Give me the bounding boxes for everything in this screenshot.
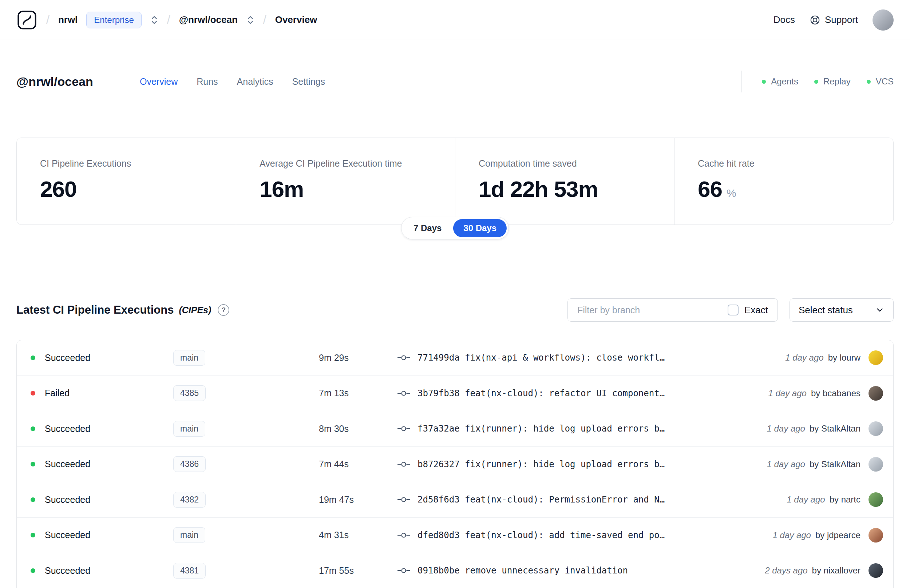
stat-value: 16m: [260, 176, 304, 202]
breadcrumb-org[interactable]: nrwl: [58, 14, 78, 26]
stat-suffix: %: [727, 187, 736, 199]
relative-time: 1 day ago: [767, 423, 805, 434]
table-row[interactable]: Succeeded main 8m 30s f37a32ae fix(runne…: [17, 411, 893, 447]
duration-label: 7m 44s: [319, 459, 397, 469]
status-label: Succeeded: [45, 352, 90, 363]
docs-link[interactable]: Docs: [774, 14, 795, 26]
vcs-link[interactable]: VCS: [867, 76, 894, 87]
avatar: [868, 351, 883, 365]
status-label: Succeeded: [45, 423, 90, 434]
duration-label: 7m 13s: [319, 388, 397, 399]
exact-checkbox[interactable]: [727, 305, 739, 315]
branch-badge[interactable]: 4381: [173, 563, 206, 578]
branch-badge[interactable]: 4382: [173, 492, 206, 507]
git-commit-icon: [397, 460, 410, 468]
commit-message: dfed80d3 feat(nx-cloud): add time-saved …: [417, 530, 665, 540]
author-label: by StalkAltan: [810, 423, 860, 434]
git-commit-icon: [397, 496, 410, 504]
stat-computation-time-saved: Computation time saved 1d 22h 53m: [455, 138, 674, 225]
select-status-label: Select status: [798, 305, 853, 316]
stat-average-execution-time: Average CI Pipeline Execution time 16m: [236, 138, 455, 225]
table-row[interactable]: Succeeded 4382 19m 47s 2d58f6d3 feat(nx-…: [17, 482, 893, 518]
git-commit-icon: [397, 389, 410, 397]
branch-filter-input[interactable]: [568, 299, 718, 321]
branch-badge[interactable]: main: [173, 350, 205, 366]
duration-label: 17m 55s: [319, 565, 397, 576]
section-subtitle: (CIPEs): [179, 305, 211, 315]
green-dot-icon: [814, 80, 818, 84]
select-status-dropdown[interactable]: Select status: [789, 298, 894, 321]
stat-ci-pipeline-executions: CI Pipeline Executions 260: [17, 138, 236, 225]
commit-message: 0918b0be remove unnecessary invalidation: [417, 565, 628, 576]
status-label: Succeeded: [45, 530, 90, 540]
avatar: [868, 457, 883, 472]
stat-value: 1d 22h 53m: [478, 176, 598, 202]
author-label: by StalkAltan: [810, 459, 860, 469]
nx-cloud-logo[interactable]: [16, 10, 37, 31]
breadcrumb-separator: /: [46, 13, 50, 27]
agents-label: Agents: [771, 76, 798, 87]
status-dot: [31, 569, 35, 573]
table-row[interactable]: Succeeded 4386 7m 44s b8726327 fix(runne…: [17, 447, 893, 483]
relative-time: 1 day ago: [768, 388, 806, 399]
commit-message: f37a32ae fix(runner): hide log upload er…: [417, 423, 665, 434]
tab-runs[interactable]: Runs: [197, 76, 218, 87]
replay-link[interactable]: Replay: [814, 76, 851, 87]
relative-time: 1 day ago: [773, 530, 811, 540]
author-label: by lourw: [828, 352, 860, 363]
status-dot: [31, 498, 35, 502]
author-label: by nixallover: [812, 565, 860, 576]
branch-badge[interactable]: 4385: [173, 385, 206, 401]
tab-overview[interactable]: Overview: [140, 76, 178, 87]
tab-analytics[interactable]: Analytics: [237, 76, 273, 87]
table-row[interactable]: Succeeded main 4m 31s dfed80d3 feat(nx-c…: [17, 518, 893, 553]
branch-badge[interactable]: 4386: [173, 456, 206, 472]
date-range-toggle: 7 Days 30 Days: [401, 217, 509, 239]
cipe-table: Succeeded main 9m 29s 771499da fix(nx-ap…: [16, 340, 894, 588]
table-row[interactable]: Succeeded 4381 17m 55s 0918b0be remove u…: [17, 553, 893, 588]
workspace-selector-chevron-icon[interactable]: [246, 15, 254, 25]
table-row[interactable]: Succeeded main 9m 29s 771499da fix(nx-ap…: [17, 340, 893, 376]
status-label: Failed: [45, 388, 70, 399]
author-label: by jdpearce: [815, 530, 860, 540]
stat-value: 66: [698, 176, 722, 202]
replay-label: Replay: [823, 76, 851, 87]
status-dot: [31, 355, 35, 360]
relative-time: 1 day ago: [767, 459, 805, 469]
feature-status-links: Agents Replay VCS: [742, 71, 894, 92]
status-dot: [31, 533, 35, 538]
branch-badge[interactable]: main: [173, 527, 205, 543]
org-selector-chevron-icon[interactable]: [150, 15, 158, 25]
status-dot: [31, 462, 35, 467]
stat-label: Average CI Pipeline Execution time: [260, 158, 455, 169]
relative-time: 1 day ago: [785, 352, 823, 363]
tab-settings[interactable]: Settings: [292, 76, 325, 87]
stat-cache-hit-rate: Cache hit rate 66 %: [674, 138, 893, 225]
git-commit-icon: [397, 567, 410, 575]
avatar: [868, 528, 883, 543]
avatar: [868, 563, 883, 578]
duration-label: 19m 47s: [319, 494, 397, 505]
relative-time: 1 day ago: [787, 494, 825, 505]
vcs-label: VCS: [876, 76, 894, 87]
exact-label: Exact: [744, 305, 768, 316]
commit-message: 771499da fix(nx-api & workflows): close …: [417, 352, 665, 363]
breadcrumb-separator: /: [263, 13, 267, 27]
breadcrumb-workspace[interactable]: @nrwl/ocean: [179, 14, 238, 26]
green-dot-icon: [762, 80, 766, 84]
avatar: [868, 422, 883, 436]
branch-badge[interactable]: main: [173, 421, 205, 437]
user-avatar[interactable]: [873, 10, 894, 31]
stat-cards: CI Pipeline Executions 260 Average CI Pi…: [16, 137, 894, 225]
range-30-days-button[interactable]: 30 Days: [453, 219, 507, 237]
breadcrumb-separator: /: [167, 13, 170, 27]
help-icon[interactable]: ?: [218, 304, 230, 316]
status-dot: [31, 426, 35, 431]
agents-link[interactable]: Agents: [762, 76, 798, 87]
table-row[interactable]: Failed 4385 7m 13s 3b79fb38 feat(nx-clou…: [17, 376, 893, 412]
range-7-days-button[interactable]: 7 Days: [403, 219, 452, 237]
stat-label: Cache hit rate: [698, 158, 893, 169]
git-commit-icon: [397, 354, 410, 362]
enterprise-badge[interactable]: Enterprise: [86, 11, 141, 28]
support-link[interactable]: Support: [810, 14, 858, 26]
